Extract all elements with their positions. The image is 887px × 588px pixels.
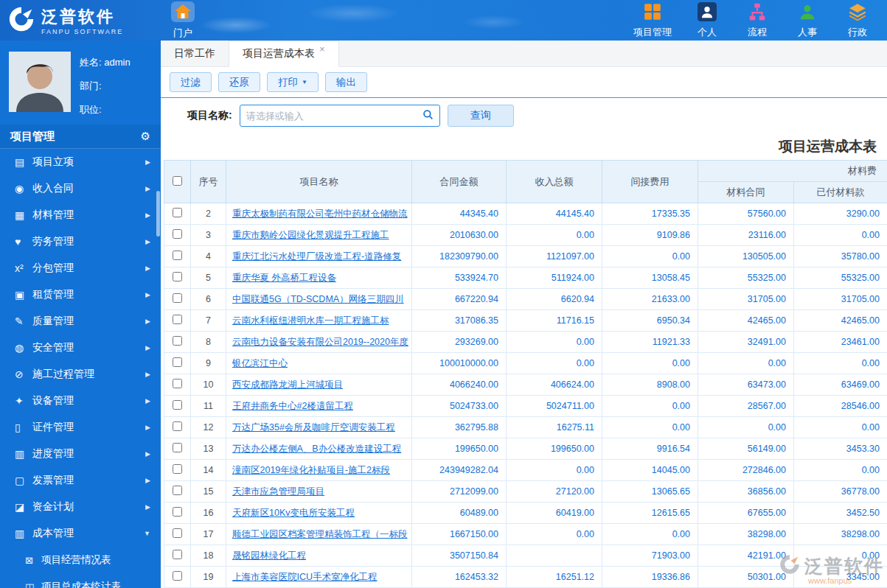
sidebar-menu-item[interactable]: ▦ 材料管理 ▶: [0, 202, 161, 228]
app-window: 泛普软件 FANPU SOFTWARE 门户 项目管理 个人: [0, 0, 887, 588]
indirect-cost-cell: 19336.86: [602, 567, 698, 588]
export-button[interactable]: 输出: [325, 72, 367, 92]
contract-amount-cell: 667220.94: [412, 289, 507, 310]
nav-hr[interactable]: 人事: [793, 2, 822, 39]
project-name-link[interactable]: 万达办公楼左侧A、B办公楼改造建设工程: [232, 444, 401, 454]
project-name-link[interactable]: 重庆市鹅岭公园绿化景观提升工程施工: [232, 230, 389, 240]
row-checkbox[interactable]: [173, 208, 182, 217]
sidebar-menu-item[interactable]: ✎ 质量管理 ▶: [0, 308, 161, 335]
material-contract-cell: 0.00: [698, 417, 794, 438]
material-paid-cell: 35780.00: [794, 246, 887, 267]
sidebar-menu-item[interactable]: x² 分包管理 ▶: [0, 255, 161, 281]
project-name-link[interactable]: 西安成都路龙湖上河城项目: [232, 379, 343, 390]
contract-amount-cell: 2010630.00: [412, 225, 507, 246]
sidebar-menu-item[interactable]: ◉ 收入合同 ▶: [0, 175, 161, 202]
sidebar-menu-item[interactable]: ⊘ 施工过程管理 ▶: [0, 361, 161, 388]
header-project-name: 项目名称: [226, 161, 412, 203]
sidebar-menu-item[interactable]: ◪ 资金计划 ▶: [0, 494, 161, 520]
main-content: 日常工作 项目运营成本表 × 过滤 还原 打印 ▼ 输出 项目名称:: [161, 41, 887, 588]
row-checkbox[interactable]: [173, 315, 182, 324]
sidebar-menu-item[interactable]: ▢ 发票管理 ▶: [0, 467, 161, 494]
material-contract-cell: 56149.00: [698, 438, 794, 460]
project-name-link[interactable]: 潼南区2019年绿化补贴项目-施工2标段: [232, 465, 390, 475]
sidebar-menu-item[interactable]: ▤ 项目立项 ▶: [0, 149, 161, 175]
project-name-link[interactable]: 重庆华夏 外高桥工程设备: [232, 273, 336, 283]
header-contract-amount: 合同金额: [412, 161, 507, 203]
sidebar-scrollbar-thumb[interactable]: [156, 191, 160, 237]
row-checkbox[interactable]: [173, 251, 182, 260]
row-checkbox[interactable]: [173, 293, 182, 303]
material-paid-cell: 36778.00: [794, 481, 887, 503]
project-name-link[interactable]: 王府井商务中心#2楼遗留工程: [232, 401, 353, 411]
project-name-link[interactable]: 晟铭园林绿化工程: [232, 550, 306, 561]
row-checkbox[interactable]: [173, 379, 182, 388]
row-checkbox[interactable]: [173, 528, 182, 538]
project-name-link[interactable]: 银亿滨江中心: [232, 358, 288, 368]
row-checkbox[interactable]: [173, 443, 182, 452]
project-name-link[interactable]: 上海市美容医院ICU手术室净化工程: [232, 572, 378, 582]
sidebar-menu-item[interactable]: ✦ 设备管理 ▶: [0, 388, 161, 414]
row-seq: 4: [191, 246, 226, 267]
portal-button[interactable]: 门户: [170, 1, 196, 40]
project-name-link[interactable]: 万达广场35#会所及咖啡厅空调安装工程: [232, 422, 395, 433]
project-name-link[interactable]: 天府新区10Kv变电所安装工程: [232, 508, 355, 518]
sidebar-menu-item[interactable]: ♥ 劳务管理 ▶: [0, 228, 161, 255]
income-total-cell: 0.00: [507, 460, 602, 481]
project-name-link[interactable]: 顺德工业园区档案管理精装饰工程（一标段: [232, 529, 408, 539]
project-name-link[interactable]: 云南电力设备安装有限公司2019--2020年度: [232, 337, 408, 347]
row-checkbox[interactable]: [173, 336, 182, 346]
row-checkbox[interactable]: [173, 229, 182, 239]
sidebar-menu-item[interactable]: ▯ 证件管理 ▶: [0, 414, 161, 441]
sidebar-section-header: 项目管理 ⚙: [0, 125, 161, 149]
project-name-link[interactable]: 云南水利枢纽潜明水库一期工程施工标: [232, 315, 389, 326]
nav-workflow[interactable]: 流程: [742, 2, 772, 39]
project-name-label: 项目名称:: [187, 109, 232, 122]
sidebar-sub-item[interactable]: ◫ 项目总成本统计表: [0, 573, 161, 588]
material-icon: ▦: [15, 209, 32, 221]
print-button[interactable]: 打印 ▼: [267, 72, 319, 92]
nav-admin[interactable]: 行政: [843, 2, 872, 39]
project-name-link[interactable]: 重庆太极制药有限公司亳州中药材仓储物流: [232, 209, 408, 219]
row-checkbox[interactable]: [173, 550, 182, 559]
project-name-link[interactable]: 中国联通5G（TD-SCDMA）网络三期四川: [232, 294, 404, 304]
sidebar-menu-item[interactable]: ◍ 安全管理 ▶: [0, 335, 161, 361]
row-checkbox[interactable]: [173, 571, 182, 581]
project-name-input[interactable]: [246, 111, 422, 122]
sidebar-menu-item[interactable]: ▥ 进度管理 ▶: [0, 441, 161, 467]
project-name-link[interactable]: 重庆江北污水处理厂级改造工程-道路修复: [232, 251, 401, 262]
restore-button[interactable]: 还原: [218, 72, 260, 92]
chevron-right-icon: ▶: [145, 371, 150, 378]
tab-project-operating-cost[interactable]: 项目运营成本表 ×: [229, 41, 339, 67]
material-contract-cell: 38298.00: [698, 524, 794, 545]
row-seq: 16: [191, 503, 226, 524]
table-row: 8 云南电力设备安装有限公司2019--2020年度 293269.00 0.0…: [164, 332, 887, 353]
row-checkbox[interactable]: [173, 357, 182, 367]
sidebar-menu-item[interactable]: ▥ 成本管理 ▼: [0, 520, 161, 547]
nav-project-management[interactable]: 项目管理: [633, 2, 672, 39]
material-paid-cell: 3345.00: [794, 567, 887, 588]
tab-close-icon[interactable]: ×: [319, 43, 325, 55]
income-total-cell: 16275.11: [507, 417, 602, 438]
gear-icon[interactable]: ⚙: [141, 130, 150, 143]
filter-button[interactable]: 过滤: [170, 72, 212, 92]
row-checkbox[interactable]: [173, 272, 182, 281]
table-title: 项目运营成本表: [161, 133, 887, 160]
tab-daily-work[interactable]: 日常工作: [161, 41, 229, 66]
row-checkbox[interactable]: [173, 486, 182, 495]
tab-bar: 日常工作 项目运营成本表 ×: [161, 41, 887, 67]
row-checkbox[interactable]: [173, 421, 182, 431]
row-checkbox[interactable]: [173, 400, 182, 410]
row-checkbox[interactable]: [173, 464, 182, 474]
cost-table-container: 序号 项目名称 合同金额 收入总额 间接费用 材料费 材料合同 已付材料款: [161, 160, 887, 588]
chevron-right-icon: ▶: [145, 211, 150, 219]
project-name-link[interactable]: 天津市应急管理局项目: [232, 486, 324, 497]
select-all-checkbox[interactable]: [173, 176, 182, 186]
search-icon[interactable]: [422, 109, 434, 123]
nav-personal[interactable]: 个人: [692, 2, 722, 39]
sidebar-sub-item[interactable]: ⊠ 项目经营情况表: [0, 547, 161, 573]
material-paid-cell: 3452.50: [794, 503, 887, 524]
personal-icon: [698, 2, 717, 24]
sidebar-menu-item[interactable]: ▣ 租赁管理 ▶: [0, 281, 161, 308]
row-checkbox[interactable]: [173, 507, 182, 517]
query-button[interactable]: 查询: [448, 105, 514, 127]
